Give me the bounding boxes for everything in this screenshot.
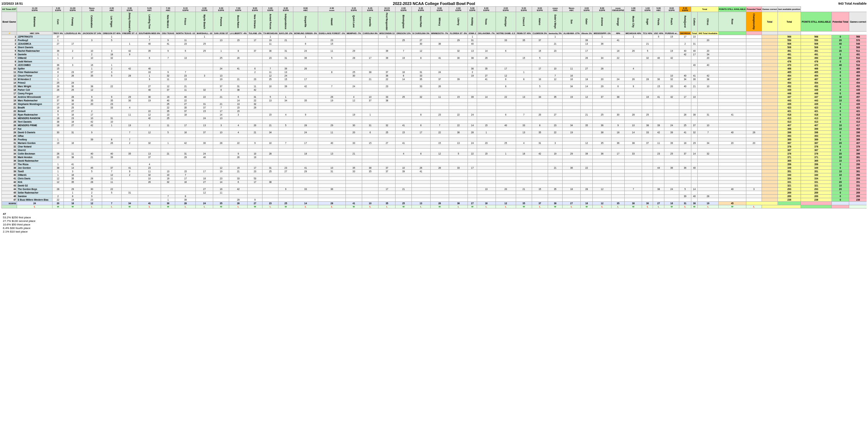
pick-cell — [196, 99, 213, 102]
pick-cell — [196, 56, 213, 60]
pick-cell — [718, 195, 746, 198]
pick-cell: 23 — [378, 85, 396, 88]
total-cell: 452 — [778, 85, 801, 88]
bowl-games-row: Bowl Game Bahamas Cure Fenway Celebratio… — [2, 12, 867, 32]
pick-cell: 35 — [593, 141, 612, 145]
pick-cell — [718, 71, 746, 74]
pick-cell: 7 — [262, 67, 278, 71]
pick-cell: 3 — [196, 74, 213, 78]
pick-cell — [411, 102, 430, 106]
pick-cell — [378, 120, 396, 124]
pts-still-cell: 0 — [832, 145, 849, 149]
pick-cell — [718, 60, 746, 63]
pick-cell — [430, 134, 449, 138]
pick-cell — [175, 138, 196, 141]
pick-cell: 24 — [346, 85, 362, 88]
total-cell: 506 — [778, 42, 801, 46]
pick-cell — [762, 145, 778, 149]
pick-cell: 30 — [138, 95, 161, 99]
pick-cell — [496, 131, 516, 134]
pick-cell: 7 — [121, 138, 138, 141]
pick-cell — [625, 127, 642, 131]
total-cell: 293 — [778, 188, 801, 191]
pick-cell — [563, 102, 581, 106]
pick-cell — [262, 159, 278, 163]
pick-cell — [516, 156, 532, 159]
pick-cell — [396, 46, 411, 49]
pick-cell — [718, 145, 746, 149]
pick-cell — [625, 166, 642, 170]
pick-cell — [718, 88, 746, 92]
pick-cell — [593, 106, 612, 110]
pick-cell — [468, 184, 477, 188]
pick-cell — [679, 106, 691, 110]
wl-cell: L — [82, 205, 102, 208]
total2-cell: 506 — [801, 42, 832, 46]
pick-cell — [698, 60, 718, 63]
pick-cell: 26 — [52, 152, 64, 156]
pick-cell — [411, 163, 430, 166]
pick-cell — [175, 166, 196, 170]
pick-cell — [496, 134, 516, 138]
pick-cell — [516, 81, 532, 85]
pick-cell — [516, 117, 532, 120]
pick-cell — [121, 35, 138, 39]
pick-cell: 2 — [248, 71, 262, 74]
pick-cell — [175, 67, 196, 71]
pick-cell: 24 — [664, 188, 679, 191]
pick-cell — [278, 191, 293, 195]
pick-cell: 17 — [378, 188, 396, 191]
potential-cell: 478 — [849, 60, 867, 63]
pick-cell — [468, 78, 477, 81]
pick-cell — [548, 106, 562, 110]
pick-cell — [293, 163, 318, 166]
pick-cell — [346, 120, 362, 124]
pick-cell — [262, 106, 278, 110]
pick-cell — [396, 120, 411, 124]
rank-cell: 29 — [2, 134, 17, 138]
pick-cell: 12 — [262, 74, 278, 78]
pick-cell: 24 — [196, 152, 213, 156]
pick-cell — [229, 127, 248, 131]
pick-cell: 29 — [346, 49, 362, 53]
pick-cell — [496, 88, 516, 92]
pick-cell — [293, 173, 318, 177]
pick-cell — [642, 156, 653, 159]
table-row: 32Char Noland37837803782220 — [2, 145, 867, 149]
pick-cell — [691, 184, 698, 188]
pick-cell — [378, 138, 396, 141]
pick-cell — [664, 102, 679, 106]
pick-cell — [532, 156, 548, 159]
pick-cell: 26 — [293, 67, 318, 71]
pick-cell: 23 — [213, 177, 229, 180]
pick-cell — [278, 173, 293, 177]
pick-cell — [346, 163, 362, 166]
pick-cell — [691, 92, 698, 95]
pick-cell — [213, 138, 229, 141]
pick-cell — [563, 191, 581, 195]
pick-cell — [516, 170, 532, 173]
pick-cell: 36 — [612, 141, 625, 145]
potential-cell: 396 — [849, 131, 867, 134]
pick-cell — [532, 110, 548, 113]
pick-cell: 6 — [396, 74, 411, 78]
pick-cell — [138, 127, 161, 131]
pick-cell — [196, 173, 213, 177]
pick-cell — [642, 188, 653, 191]
pick-cell — [82, 127, 102, 131]
pick-cell: 36 — [593, 42, 612, 46]
pick-cell — [396, 163, 411, 166]
pick-cell — [138, 46, 161, 49]
pick-cell: 41 — [161, 42, 175, 46]
potential-cell: 449 — [849, 88, 867, 92]
pick-cell — [196, 195, 213, 198]
pick-cell — [496, 177, 516, 180]
wl-cell: L — [612, 205, 625, 208]
pick-cell — [653, 71, 664, 74]
pick-cell — [175, 149, 196, 152]
pick-cell: 16 — [52, 117, 64, 120]
pick-cell: 39 — [378, 56, 396, 60]
pick-cell — [138, 191, 161, 195]
pick-cell — [411, 60, 430, 63]
pick-cell — [664, 177, 679, 180]
